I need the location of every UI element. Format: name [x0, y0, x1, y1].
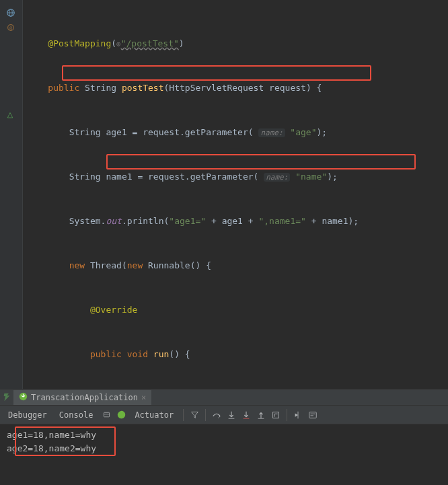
console-tab-button[interactable]: Console: [54, 409, 99, 421]
svg-rect-11: [273, 412, 279, 418]
annotation-override: @Override: [90, 305, 137, 315]
editor-gutter: @: [0, 0, 23, 389]
code-editor[interactable]: @ @PostMapping(⊕"/postTest") public Stri…: [0, 0, 448, 389]
globe-inline-icon: ⊕: [116, 40, 121, 48]
mapping-path: "/postTest": [121, 38, 179, 48]
console-line: age1=18,name1=why: [7, 428, 441, 442]
actuator-tab-button[interactable]: Actuator: [129, 409, 179, 421]
toolbar-separator: [287, 409, 287, 421]
run-to-cursor-icon[interactable]: [291, 408, 305, 422]
spring-boot-icon: [19, 392, 28, 403]
method-name: postTest: [122, 83, 164, 93]
force-step-into-icon[interactable]: [239, 408, 253, 422]
run-tab-active[interactable]: TranscationApplication ×: [13, 390, 151, 405]
run-config-icon[interactable]: [0, 389, 13, 406]
debugger-tab-button[interactable]: Debugger: [3, 409, 52, 421]
close-icon[interactable]: ×: [141, 393, 146, 402]
web-endpoint-icon[interactable]: [6, 8, 15, 17]
toolbar-separator: [205, 409, 206, 421]
svg-rect-13: [309, 412, 317, 418]
console-line: age2=18,name2=why: [7, 442, 441, 455]
step-into-icon[interactable]: [225, 408, 238, 422]
implements-gutter-icon[interactable]: [6, 112, 15, 121]
debug-toolbar: Debugger Console Actuator: [0, 406, 448, 424]
svg-rect-6: [104, 412, 109, 417]
console-output[interactable]: age1=18,name1=why age2=18,name2=why: [0, 424, 448, 485]
code-content[interactable]: @PostMapping(⊕"/postTest") public String…: [27, 7, 448, 389]
filter-icon[interactable]: [188, 408, 201, 422]
drop-frame-icon[interactable]: [269, 408, 283, 422]
step-over-icon[interactable]: [210, 408, 223, 422]
debug-tool-window: TranscationApplication × Debugger Consol…: [0, 389, 448, 485]
toolbar-separator: [183, 409, 184, 421]
evaluate-expression-icon[interactable]: [306, 408, 320, 422]
endpoints-icon[interactable]: [100, 408, 113, 422]
annotation-postmapping: @PostMapping: [48, 38, 111, 48]
actuator-icon[interactable]: [114, 408, 128, 422]
run-tab-bar: TranscationApplication ×: [0, 389, 448, 406]
override-gutter-icon[interactable]: @: [6, 23, 15, 32]
run-tab-title: TranscationApplication: [31, 393, 138, 402]
step-out-icon[interactable]: [254, 408, 268, 422]
